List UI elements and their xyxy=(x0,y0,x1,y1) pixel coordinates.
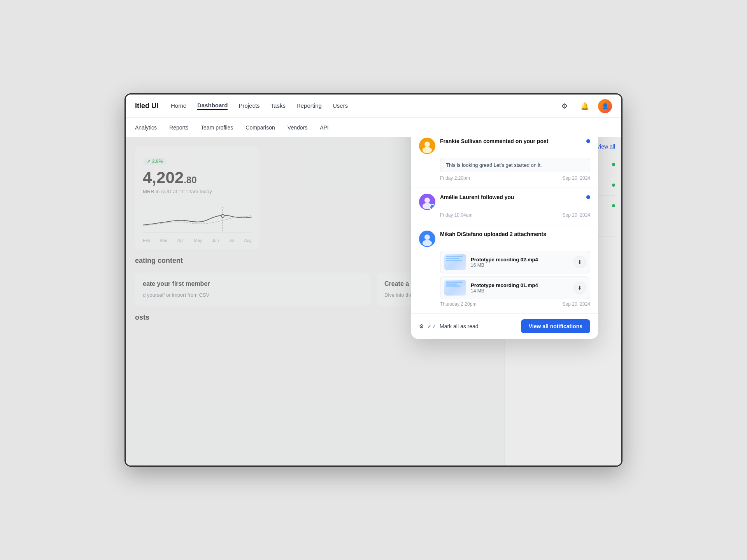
mark-all-read-label: Mark all as read xyxy=(440,323,479,329)
nav-tasks[interactable]: Tasks xyxy=(271,102,286,110)
attachment-2-download[interactable]: ⬇ xyxy=(573,282,586,294)
nav-dashboard[interactable]: Dashboard xyxy=(197,102,228,110)
mikah-text: Mikah DiStefano uploaded 2 attachments xyxy=(440,231,590,238)
notif-amelie-header: ✓ Amélie Laurent followed you xyxy=(419,194,590,210)
frankie-time: Friday 2:20pm xyxy=(440,175,470,181)
notification-panel: Notifications × View all Mentions xyxy=(411,137,598,339)
attachment-1-download[interactable]: ⬇ xyxy=(573,256,586,268)
mikah-time: Thursday 2:20pm xyxy=(440,301,476,307)
amelie-action: followed you xyxy=(481,194,514,200)
amelie-meta: Friday 10:04am Sep 20, 2024 xyxy=(440,212,590,218)
notifications-list: Frankie Sullivan commented on your post … xyxy=(411,137,598,313)
attachment-2-info: Prototype recording 01.mp4 14 MB xyxy=(471,282,569,294)
nav-items: Home Dashboard Projects Tasks Reporting … xyxy=(171,102,545,110)
gear-small-icon: ⚙ xyxy=(419,323,424,329)
mikah-title: Mikah DiStefano uploaded 2 attachments xyxy=(440,231,546,237)
subnav-comparison[interactable]: Comparison xyxy=(245,118,275,137)
mark-all-read-button[interactable]: ⚙ ✓✓ Mark all as read xyxy=(419,323,479,329)
amelie-text: Amélie Laurent followed you xyxy=(440,194,582,201)
notif-frankie-header: Frankie Sullivan commented on your post xyxy=(419,138,590,154)
frankie-avatar xyxy=(419,138,435,154)
amelie-time: Friday 10:04am xyxy=(440,212,472,218)
frankie-action: commented on your post xyxy=(483,138,548,144)
attachment-2: Prototype recording 01.mp4 14 MB ⬇ xyxy=(440,276,590,299)
attachment-1-size: 16 MB xyxy=(471,262,569,268)
svg-point-4 xyxy=(424,142,430,147)
frankie-unread-dot xyxy=(586,139,590,143)
mikah-avatar xyxy=(419,231,435,247)
attachment-1: Prototype recording 02.mp4 16 MB ⬇ xyxy=(440,251,590,273)
nav-home[interactable]: Home xyxy=(171,102,186,110)
amelie-title: Amélie Laurent followed you xyxy=(440,194,514,200)
amelie-avatar: ✓ xyxy=(419,194,435,210)
sub-nav: Analytics Reports Team profiles Comparis… xyxy=(126,118,621,137)
notification-frankie: Frankie Sullivan commented on your post … xyxy=(411,137,598,187)
svg-point-7 xyxy=(424,198,430,203)
attachment-2-thumb xyxy=(444,280,466,296)
frankie-text: Frankie Sullivan commented on your post xyxy=(440,138,582,145)
svg-point-11 xyxy=(423,240,432,246)
notification-mikah: Mikah DiStefano uploaded 2 attachments xyxy=(411,224,598,313)
top-nav: itled UI Home Dashboard Projects Tasks R… xyxy=(126,94,621,118)
mikah-attachments: Prototype recording 02.mp4 16 MB ⬇ xyxy=(440,251,590,299)
svg-point-10 xyxy=(424,234,430,240)
bell-icon[interactable]: 🔔 xyxy=(578,99,592,113)
attachment-2-size: 14 MB xyxy=(471,288,569,294)
mikah-meta: Thursday 2:20pm Sep 20, 2024 xyxy=(440,301,590,307)
notification-amelie: ✓ Amélie Laurent followed you Friday 10:… xyxy=(411,187,598,224)
user-avatar[interactable]: 👤 xyxy=(598,99,612,113)
attachment-2-name: Prototype recording 01.mp4 xyxy=(471,282,569,288)
attachment-1-info: Prototype recording 02.mp4 16 MB xyxy=(471,257,569,268)
nav-reporting[interactable]: Reporting xyxy=(296,102,322,110)
app-logo: itled UI xyxy=(135,102,158,110)
frankie-comment: This is looking great! Let's get started… xyxy=(440,158,590,172)
subnav-reports[interactable]: Reports xyxy=(169,118,188,137)
amelie-date: Sep 20, 2024 xyxy=(563,212,590,218)
notif-mikah-header: Mikah DiStefano uploaded 2 attachments xyxy=(419,231,590,247)
frankie-title: Frankie Sullivan commented on your post xyxy=(440,138,549,144)
nav-projects[interactable]: Projects xyxy=(238,102,260,110)
mikah-name: Mikah DiStefano xyxy=(440,231,482,237)
svg-point-5 xyxy=(423,147,432,153)
mikah-action: uploaded 2 attachments xyxy=(484,231,546,237)
frankie-date: Sep 20, 2024 xyxy=(563,175,590,181)
amelie-unread-dot xyxy=(586,195,590,199)
frankie-meta: Friday 2:20pm Sep 20, 2024 xyxy=(440,175,590,181)
amelie-verified-badge: ✓ xyxy=(430,204,435,210)
panel-footer: ⚙ ✓✓ Mark all as read View all notificat… xyxy=(411,313,598,339)
subnav-team-profiles[interactable]: Team profiles xyxy=(201,118,233,137)
attachment-1-name: Prototype recording 02.mp4 xyxy=(471,257,569,262)
frankie-name: Frankie Sullivan xyxy=(440,138,482,144)
amelie-name: Amélie Laurent xyxy=(440,194,479,200)
subnav-vendors[interactable]: Vendors xyxy=(288,118,307,137)
nav-right: ⚙ 🔔 👤 xyxy=(558,99,612,113)
subnav-api[interactable]: API xyxy=(320,118,329,137)
attachment-1-thumb xyxy=(444,254,466,270)
subnav-analytics[interactable]: Analytics xyxy=(135,118,157,137)
view-all-notifications-button[interactable]: View all notifications xyxy=(521,319,590,333)
mikah-date: Sep 20, 2024 xyxy=(563,301,590,307)
checkmark-icon: ✓✓ xyxy=(427,323,437,329)
main-content: ↗ 2.8% 4,202 .80 MRR in AUD at 11:12am t… xyxy=(126,137,621,467)
settings-icon[interactable]: ⚙ xyxy=(558,99,572,113)
nav-users[interactable]: Users xyxy=(333,102,348,110)
